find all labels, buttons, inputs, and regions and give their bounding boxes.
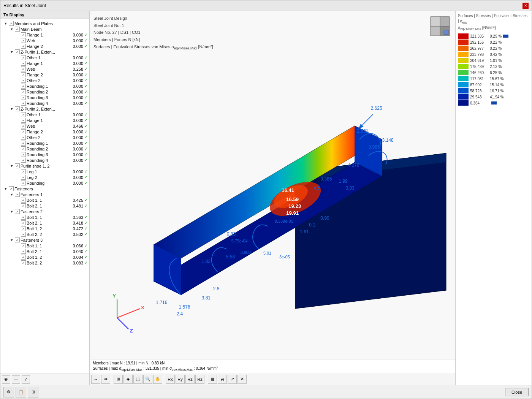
checkbox[interactable]	[21, 198, 26, 203]
expand-arrow[interactable]: ▼	[10, 238, 14, 242]
checkbox[interactable]	[21, 124, 26, 128]
checkbox[interactable]	[21, 55, 26, 60]
toolbar-print-btn[interactable]: 🖨	[218, 375, 227, 384]
tree-item-bolt11-f3[interactable]: Bolt 1, 10.066✓	[1, 243, 89, 249]
expand-arrow[interactable]: ▼	[10, 164, 14, 168]
expand-arrow[interactable]: ▼	[3, 187, 8, 191]
checkbox[interactable]	[21, 32, 26, 37]
checkbox[interactable]	[21, 175, 26, 180]
tree-item-bolt11-f1[interactable]: Bolt 1, 10.425✓	[1, 197, 89, 203]
checkbox[interactable]	[21, 220, 26, 225]
checkbox[interactable]	[21, 169, 26, 174]
bottom-info-btn[interactable]: 📋	[16, 387, 26, 397]
tree-item-web-mb[interactable]: Web0.000✓	[1, 38, 89, 43]
checkbox[interactable]	[21, 203, 26, 208]
toolbar-surface-btn[interactable]: ⬚	[133, 375, 142, 384]
tree-item-zpurlin2[interactable]: ▼Z-Purlin 2, Exten...	[1, 106, 89, 112]
tree-item-bolt21-f1[interactable]: Bolt 2, 10.481✓	[1, 203, 89, 209]
tree-item-bolt21-f2[interactable]: Bolt 2, 10.418✓	[1, 220, 89, 226]
tree-item-zpurlin1[interactable]: ▼Z-Purlin 1, Exten...	[1, 49, 89, 55]
tree-item-leg1-ps[interactable]: Leg 10.000✓	[1, 169, 89, 174]
tree-item-flange1-mb[interactable]: Flange 10.000✓	[1, 32, 89, 38]
checkbox[interactable]	[21, 112, 26, 117]
checkbox[interactable]	[15, 238, 20, 242]
tree-item-leg2-ps[interactable]: Leg 20.000✓	[1, 174, 89, 180]
tree-item-rounding4-zp2[interactable]: Rounding 40.000✓	[1, 157, 89, 163]
bottom-view-btn[interactable]: ⊞	[28, 387, 38, 397]
expand-arrow[interactable]: ▼	[10, 50, 14, 54]
tree-item-other2-zp1[interactable]: Other 20.000✓	[1, 78, 89, 83]
checkbox[interactable]	[15, 163, 20, 168]
toolbar-rz2-btn[interactable]: Rz	[195, 375, 204, 384]
tree-item-flange2-zp1[interactable]: Flange 20.000✓	[1, 72, 89, 78]
tree-item-web-zp2[interactable]: Web0.466✓	[1, 123, 89, 129]
tree-item-bolt21-f3[interactable]: Bolt 2, 10.040✓	[1, 249, 89, 254]
checkbox[interactable]	[15, 209, 20, 214]
checkbox[interactable]	[21, 135, 26, 140]
expand-arrow[interactable]: ▼	[3, 21, 8, 26]
expand-arrow[interactable]: ▼	[10, 27, 14, 32]
checkbox[interactable]	[21, 146, 26, 151]
eye-icon[interactable]: 👁	[2, 375, 10, 384]
tree-item-flange2-mb[interactable]: Flange 20.000✓	[1, 43, 89, 49]
checkbox[interactable]	[21, 158, 26, 163]
checkbox[interactable]	[21, 72, 26, 77]
toolbar-rx-btn[interactable]: Rx	[166, 375, 175, 384]
checkbox[interactable]	[21, 152, 26, 157]
checkbox[interactable]	[21, 180, 26, 185]
checkbox[interactable]	[9, 21, 14, 26]
tree-item-bolt12-f3[interactable]: Bolt 1, 20.084✓	[1, 254, 89, 260]
checkbox[interactable]	[21, 260, 26, 265]
tree-item-fasteners3[interactable]: ▼Fasteners 3	[1, 237, 89, 243]
checkbox[interactable]	[15, 49, 20, 54]
checkbox[interactable]	[21, 243, 26, 248]
toolbar-pan-btn[interactable]: ✋	[153, 375, 162, 384]
tree-item-rounding1-zp1[interactable]: Rounding 10.000✓	[1, 83, 89, 89]
tree-item-rounding2-zp2[interactable]: Rounding 20.000✓	[1, 146, 89, 152]
tree-item-members-plates[interactable]: ▼Members and Plates	[1, 21, 89, 26]
viewport-area[interactable]: Steel Joint Design Steel Joint No. 1 Nod…	[90, 11, 455, 359]
tree-item-flange2-zp2[interactable]: Flange 20.000✓	[1, 129, 89, 135]
checkbox[interactable]	[21, 255, 26, 260]
title-close-button[interactable]: ✕	[522, 3, 529, 9]
tree-item-flange1-zp2[interactable]: Flange 10.000✓	[1, 117, 89, 123]
checkbox[interactable]	[21, 89, 26, 94]
tree-item-web-zp1[interactable]: Web0.258✓	[1, 66, 89, 72]
tree-item-flange1-zp1[interactable]: Flange 10.000✓	[1, 60, 89, 66]
tree-item-other2-zp2[interactable]: Other 20.000✓	[1, 135, 89, 140]
tree-item-rounding4-zp1[interactable]: Rounding 40.000✓	[1, 100, 89, 106]
checkbox[interactable]	[21, 215, 26, 220]
checkbox[interactable]	[9, 186, 14, 191]
tree-item-rounding3-zp1[interactable]: Rounding 30.000✓	[1, 95, 89, 100]
checkbox[interactable]	[21, 129, 26, 134]
checkbox[interactable]	[21, 232, 26, 237]
tree-item-other1-zp1[interactable]: Other 10.000✓	[1, 55, 89, 60]
toolbar-zoom-btn[interactable]: 🔍	[143, 375, 152, 384]
checkbox[interactable]	[21, 249, 26, 254]
bottom-settings-btn[interactable]: ⚙	[3, 387, 14, 397]
tree-item-other1-zp2[interactable]: Other 10.000✓	[1, 112, 89, 117]
tree-item-rounding1-zp2[interactable]: Rounding 10.000✓	[1, 140, 89, 146]
checkbox[interactable]	[21, 226, 26, 231]
checkbox[interactable]	[21, 38, 26, 43]
expand-arrow[interactable]: ▼	[10, 192, 14, 197]
tree-item-fasteners2[interactable]: ▼Fasteners 2	[1, 209, 89, 214]
toolbar-display-btn[interactable]: ▦	[208, 375, 217, 384]
tree-item-bolt11-f2[interactable]: Bolt 1, 10.363✓	[1, 214, 89, 220]
tree-item-rounding-ps[interactable]: Rounding0.000✓	[1, 180, 89, 186]
tree-item-main-beam[interactable]: ▼Main Beam	[1, 26, 89, 32]
expand-arrow[interactable]: ▼	[10, 107, 14, 111]
toolbar-rz-btn[interactable]: Rz	[185, 375, 195, 384]
toolbar-grid-btn[interactable]: ⊞	[114, 375, 123, 384]
tree-item-bolt22-f2[interactable]: Bolt 2, 20.502✓	[1, 231, 89, 237]
tree-item-purlin-shoe[interactable]: ▼Purlin shoe 1, 2	[1, 163, 89, 169]
toolbar-node-btn[interactable]: ◈	[124, 375, 133, 384]
dash-icon[interactable]: —	[12, 375, 20, 384]
checkbox[interactable]	[21, 78, 26, 83]
toolbar-export-btn[interactable]: ↗	[228, 375, 237, 384]
tree-item-fasteners[interactable]: ▼Fasteners	[1, 186, 89, 192]
checkbox[interactable]	[15, 27, 20, 32]
checkbox[interactable]	[15, 106, 20, 111]
checkbox[interactable]	[21, 66, 26, 71]
checkbox[interactable]	[21, 141, 26, 146]
